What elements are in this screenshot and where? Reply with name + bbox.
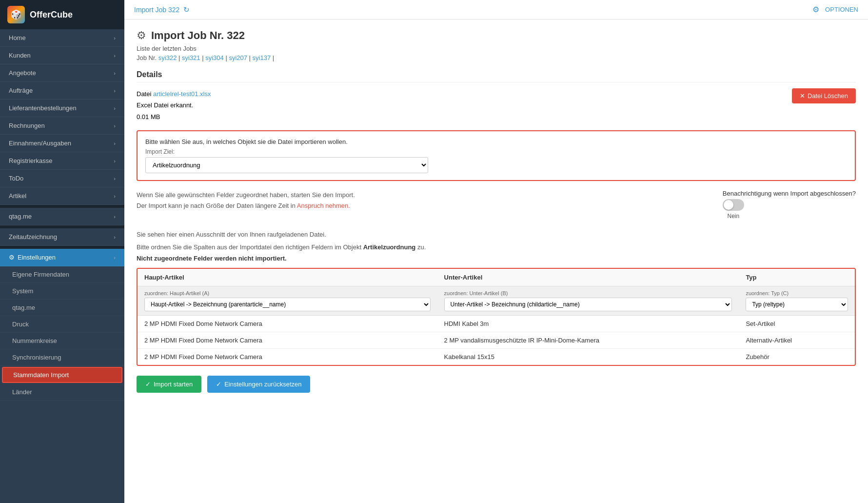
sidebar-item-label: Aufträge <box>9 87 33 94</box>
sidebar-sub-system[interactable]: System <box>0 283 124 300</box>
assign-haupt-cell: zuordnen: Haupt-Artikel (A) Haupt-Artike… <box>138 286 437 316</box>
assign-haupt-select[interactable]: Haupt-Artikel -> Bezeichnung (parentarti… <box>144 298 431 311</box>
sidebar-item-kunden[interactable]: Kunden › <box>0 47 124 64</box>
data-section-info1: Sie sehen hier einen Ausschnitt der von … <box>137 229 856 240</box>
breadcrumb: Import Job 322 <box>134 6 179 14</box>
sidebar-sub-druck[interactable]: Druck <box>0 316 124 333</box>
sidebar-sub-laender[interactable]: Länder <box>0 384 124 401</box>
sidebar-sub-label: Länder <box>12 388 32 396</box>
sidebar-item-label: Artikel <box>9 192 26 200</box>
job-link-syi137[interactable]: syi137 <box>253 54 271 61</box>
sidebar-item-rechnungen[interactable]: Rechnungen › <box>0 117 124 135</box>
bottom-buttons: ✓ Import starten ✓ Einstellungen zurücks… <box>137 376 856 393</box>
file-type: Excel Datei erkannt. <box>137 100 211 111</box>
job-link-syi322[interactable]: syi322 <box>158 54 177 61</box>
jobs-subtitle: Liste der letzten Jobs <box>137 45 856 52</box>
chevron-right-icon: › <box>114 88 116 94</box>
toggle-knob <box>724 200 733 210</box>
sidebar-sub-nummernkreise[interactable]: Nummernkreise <box>0 333 124 349</box>
sidebar-sub-label: Synchronisierung <box>12 354 61 361</box>
table-row: 2 MP HDMI Fixed Dome Network Camera Kabe… <box>138 349 855 365</box>
page-gear-icon: ⚙ <box>137 29 146 42</box>
job-links-row: Job Nr. syi322 | syi321 | syi304 | syi20… <box>137 54 856 61</box>
cell-unter-2: 2 MP vandalismusgeschützte IR IP-Mini-Do… <box>437 332 739 349</box>
reset-settings-button[interactable]: ✓ Einstellungen zurücksetzen <box>207 376 310 393</box>
sidebar-sub-label: System <box>12 287 33 295</box>
cell-haupt-2: 2 MP HDMI Fixed Dome Network Camera <box>138 332 437 349</box>
sidebar-item-qtag[interactable]: qtag.me › <box>0 208 124 225</box>
sidebar-sub-synchronisierung[interactable]: Synchronisierung <box>0 349 124 366</box>
assign-unter-select[interactable]: Unter-Artikel -> Bezeichnung (childartic… <box>444 298 732 311</box>
notification-row: Wenn Sie alle gewünschten Felder zugeord… <box>137 190 856 220</box>
job-link-syi321[interactable]: syi321 <box>182 54 200 61</box>
import-target-select[interactable]: Artikelzuordnung Artikel Kunden Angebote <box>145 157 428 173</box>
sidebar-header: 🎲 OfferCube <box>0 0 124 29</box>
cell-unter-3: Kabelkanal 15x15 <box>437 349 739 365</box>
table-head: Haupt-Artikel Unter-Artikel Typ <box>138 269 855 286</box>
chevron-right-icon: › <box>114 141 116 146</box>
x-icon: ✕ <box>800 92 805 100</box>
app-title: OfferCube <box>30 10 73 20</box>
delete-file-button[interactable]: ✕ Datei Löschen <box>792 88 856 103</box>
assign-typ-label: zuordnen: Typ (C) <box>746 290 848 296</box>
sidebar-item-label: Kunden <box>9 52 31 59</box>
col-typ: Typ <box>739 269 855 286</box>
topbar-right: ⚙ OPTIONEN <box>812 5 858 14</box>
cell-haupt-3: 2 MP HDMI Fixed Dome Network Camera <box>138 349 437 365</box>
app-logo: 🎲 <box>7 6 25 23</box>
sidebar-item-home[interactable]: Home › <box>0 29 124 47</box>
refresh-icon[interactable]: ↻ <box>183 5 190 14</box>
assign-unter-cell: zuordnen: Unter-Artikel (B) Unter-Artike… <box>437 286 739 316</box>
sidebar-item-lieferantenbestellungen[interactable]: Lieferantenbestellungen › <box>0 100 124 117</box>
chevron-right-icon: › <box>114 255 116 261</box>
sidebar-item-todo[interactable]: ToDo › <box>0 170 124 187</box>
settings-icon[interactable]: ⚙ <box>812 5 819 14</box>
sidebar-item-label: Zeitaufzeichnung <box>9 233 57 241</box>
sidebar-sub-stammdaten-import[interactable]: Stammdaten Import <box>2 367 122 383</box>
check-icon: ✓ <box>145 381 151 388</box>
sidebar-item-registrierkasse[interactable]: Registrierkasse › <box>0 152 124 170</box>
assign-typ-select[interactable]: Typ (reltype) <box>746 298 848 311</box>
chevron-right-icon: › <box>114 53 116 59</box>
sidebar-sub-qtag[interactable]: qtag.me <box>0 300 124 316</box>
notification-toggle[interactable] <box>723 199 744 211</box>
sidebar: 🎲 OfferCube Home › Kunden › Angebote › A… <box>0 0 124 503</box>
not-assigned-warning: Nicht zugeordnete Felder werden nicht im… <box>137 255 856 262</box>
page-content: ⚙ Import Job Nr. 322 Liste der letzten J… <box>124 20 868 503</box>
import-start-button[interactable]: ✓ Import starten <box>137 376 201 393</box>
gear-icon: ⚙ <box>9 254 15 261</box>
sidebar-item-auftraege[interactable]: Aufträge › <box>0 82 124 100</box>
sidebar-item-label: Einstellungen <box>18 254 56 261</box>
chevron-right-icon: › <box>114 70 116 76</box>
cell-typ-2: Alternativ-Artikel <box>739 332 855 349</box>
chevron-right-icon: › <box>114 105 116 111</box>
chevron-right-icon: › <box>114 158 116 164</box>
topbar-left: Import Job 322 ↻ <box>134 5 190 14</box>
sidebar-item-zeitaufzeichnung[interactable]: Zeitaufzeichnung › <box>0 228 124 246</box>
import-target-label: Import Ziel: <box>145 148 847 155</box>
sidebar-item-label: Rechnungen <box>9 122 45 129</box>
sidebar-item-einnahmen-ausgaben[interactable]: Einnahmen/Ausgaben › <box>0 135 124 152</box>
sidebar-sub-label: Eigene Firmendaten <box>12 271 69 278</box>
chevron-right-icon: › <box>114 214 116 220</box>
sidebar-item-artikel[interactable]: Artikel › <box>0 187 124 205</box>
job-link-syi304[interactable]: syi304 <box>205 54 224 61</box>
cell-haupt-1: 2 MP HDMI Fixed Dome Network Camera <box>138 316 437 332</box>
file-link[interactable]: articleIrel-test01.xlsx <box>153 90 211 98</box>
options-button[interactable]: OPTIONEN <box>825 6 858 13</box>
chevron-right-icon: › <box>114 234 116 240</box>
notification-label: Benachrichtigung wenn Import abgeschloss… <box>723 190 856 197</box>
file-size: 0.01 MB <box>137 111 211 122</box>
sidebar-sub-eigene-firmendaten[interactable]: Eigene Firmendaten <box>0 266 124 283</box>
chevron-right-icon: › <box>114 35 116 41</box>
import-info-text: Wenn Sie alle gewünschten Felder zugeord… <box>137 190 703 211</box>
job-link-syi207[interactable]: syi207 <box>229 54 247 61</box>
cell-typ-3: Zubehör <box>739 349 855 365</box>
import-data-table: Haupt-Artikel Unter-Artikel Typ zuordnen… <box>138 269 855 365</box>
import-info-line1: Wenn Sie alle gewünschten Felder zugeord… <box>137 190 703 201</box>
sidebar-item-einstellungen[interactable]: ⚙ Einstellungen › <box>0 249 124 266</box>
table-assign-row: zuordnen: Haupt-Artikel (A) Haupt-Artike… <box>138 286 855 316</box>
sidebar-item-label: Einnahmen/Ausgaben <box>9 140 71 147</box>
sidebar-item-angebote[interactable]: Angebote › <box>0 64 124 82</box>
col-unter-artikel: Unter-Artikel <box>437 269 739 286</box>
